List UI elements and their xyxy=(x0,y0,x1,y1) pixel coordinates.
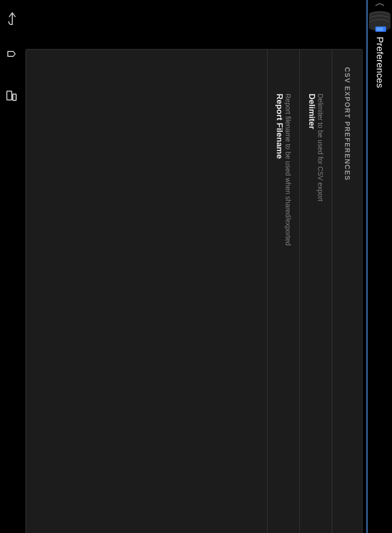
pref-row-subtitle: Delimiter to be used for CSV export xyxy=(317,94,324,533)
collapse-chevron-icon[interactable] xyxy=(372,2,387,6)
pref-row-title: Delimiter xyxy=(307,94,317,533)
section-title: CSV EXPORT PREFERENCES xyxy=(343,67,351,533)
back-arrow-icon[interactable] xyxy=(5,10,17,25)
pref-row-title: Report Filename xyxy=(274,94,284,533)
pref-row-subtitle: Report filename to be used when shared/e… xyxy=(284,94,292,533)
pref-row-delimiter[interactable]: Delimiter Delimiter to be used for CSV e… xyxy=(299,49,332,533)
devices-icon[interactable] xyxy=(5,88,17,104)
main-area: CSV EXPORT PREFERENCES Delimiter Delimit… xyxy=(0,0,367,533)
svg-rect-11 xyxy=(7,91,12,100)
app-icon xyxy=(368,10,392,33)
section-header-slot: CSV EXPORT PREFERENCES xyxy=(332,49,362,533)
svg-rect-12 xyxy=(13,94,16,100)
sidebar-icons xyxy=(0,10,23,104)
preferences-panel: CSV EXPORT PREFERENCES Delimiter Delimit… xyxy=(25,49,363,533)
pref-row-report-filename[interactable]: Report Filename Report filename to be us… xyxy=(267,49,299,533)
tag-icon[interactable] xyxy=(5,49,17,65)
page-title: Preferences xyxy=(374,37,385,88)
svg-rect-10 xyxy=(376,27,383,31)
title-bar: Preferences xyxy=(368,0,392,533)
